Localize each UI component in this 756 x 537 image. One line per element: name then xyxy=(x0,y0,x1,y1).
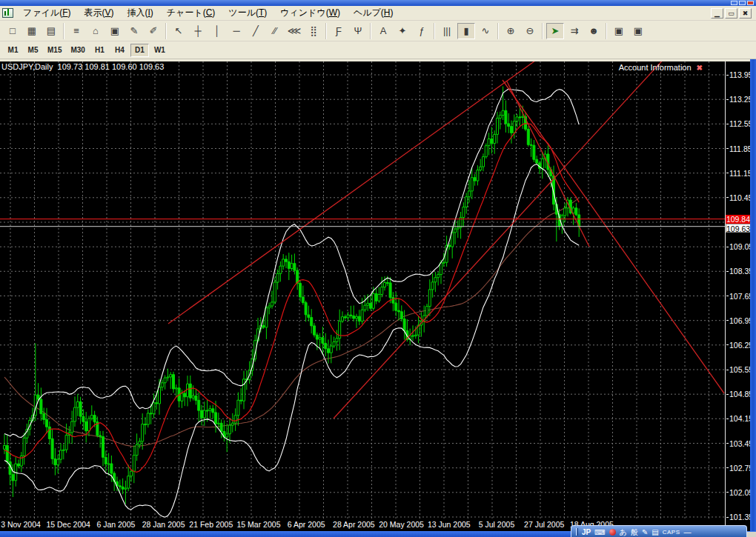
date-tick-label: 6 Apr 2005 xyxy=(288,520,325,529)
timeframe-m15-button[interactable]: M15 xyxy=(44,44,65,57)
window-right-border xyxy=(750,59,756,531)
ime-on-icon[interactable] xyxy=(609,529,616,536)
date-tick-label: 13 Jun 2005 xyxy=(428,520,471,529)
ime-dictionary-icon[interactable]: ▤ xyxy=(651,527,658,537)
andrews-pitchfork-button[interactable]: Ψ xyxy=(349,23,367,39)
timeframe-h1-button[interactable]: H1 xyxy=(90,44,109,57)
toolbar-separator xyxy=(63,23,64,39)
metaeditor-button[interactable]: ✐ xyxy=(145,23,162,39)
price-tick-label: 104.85 xyxy=(726,390,753,398)
date-tick-label: 28 Jan 2005 xyxy=(142,520,185,529)
price-tick-label: 111.15 xyxy=(726,169,752,178)
menu-item-tools[interactable]: ツール(T) xyxy=(222,5,273,21)
cascade-windows-button[interactable]: ▣ xyxy=(629,23,647,39)
ime-minimize-button[interactable]: — xyxy=(684,527,692,537)
menu-item-window[interactable]: ウィンドウ(W) xyxy=(273,5,347,21)
price-tick-label: 113.95 xyxy=(726,70,752,79)
ascending-trendline-1[interactable] xyxy=(168,61,540,324)
descending-trendline-1[interactable] xyxy=(503,80,724,393)
minimize-button[interactable] xyxy=(731,1,737,5)
toolbar-separator xyxy=(606,23,607,39)
timeframe-d1-button[interactable]: D1 xyxy=(130,44,149,57)
crosshair-button[interactable]: ┼ xyxy=(189,23,207,39)
fibonacci-lines-button[interactable]: Ƒ xyxy=(330,23,348,39)
candlestick-chart-button[interactable]: ▮ xyxy=(457,23,475,39)
zoom-out-button[interactable]: ⊖ xyxy=(521,23,539,39)
chart-system-menu-icon[interactable] xyxy=(2,8,13,18)
print-button[interactable]: ▤ xyxy=(42,23,60,39)
toolbar: □▦▤≡⌂▣✎✐↖┼│─╱∕∕⋘⣿ƑΨA✦ƒ|||▮∿⊕⊖➤⇉☻▣▣ xyxy=(0,21,756,41)
toolbar-separator xyxy=(370,23,371,39)
chart-plot-area[interactable]: USDJPY,Daily 109.73 109.81 109.60 109.63… xyxy=(0,61,725,531)
text-label-button[interactable]: A xyxy=(374,23,392,39)
terminal-button[interactable]: ▣ xyxy=(106,23,124,39)
arrow-objects-button[interactable]: ✦ xyxy=(394,23,411,39)
navigator-button[interactable]: ⌂ xyxy=(87,23,105,39)
new-order-button[interactable]: ✎ xyxy=(125,23,143,39)
price-tick-label: 103.45 xyxy=(726,439,753,448)
date-tick-label: 21 Feb 2005 xyxy=(189,520,233,529)
ime-conversion-mode-button[interactable]: 般 xyxy=(631,527,638,537)
auto-scroll-button[interactable]: ➤ xyxy=(546,23,564,39)
menu-bar: ファイル(F)表示(V)挿入(I)チャート(C)ツール(T)ウィンドウ(W)ヘル… xyxy=(0,6,756,21)
grid-button[interactable]: ⣿ xyxy=(305,23,322,39)
maximize-button[interactable] xyxy=(739,1,746,5)
new-chart-button[interactable]: □ xyxy=(4,23,21,39)
vertical-line-button[interactable]: │ xyxy=(208,23,226,39)
close-icon[interactable]: ✖ xyxy=(697,64,703,72)
trendline-button[interactable]: ╱ xyxy=(247,23,265,39)
menu-item-view[interactable]: 表示(V) xyxy=(77,5,120,21)
menu-item-help[interactable]: ヘルプ(H) xyxy=(347,5,400,21)
horizontal-line-button[interactable]: ─ xyxy=(228,23,245,39)
timeframe-w1-button[interactable]: W1 xyxy=(150,44,169,57)
child-restore-button[interactable]: ▭ xyxy=(725,8,737,19)
last-price-box: 109.63 xyxy=(726,224,751,233)
ime-pad-icon[interactable]: ✎ xyxy=(642,527,648,537)
child-minimize-button[interactable]: ▁ xyxy=(711,8,723,19)
timeframe-h4-button[interactable]: H4 xyxy=(110,44,129,57)
candle-wicks xyxy=(4,87,579,504)
timeframe-m1-button[interactable]: M1 xyxy=(4,44,22,57)
line-chart-button[interactable]: ∿ xyxy=(477,23,494,39)
price-tick-label: 108.35 xyxy=(726,267,753,276)
zoom-in-button[interactable]: ⊕ xyxy=(502,23,520,39)
caps-indicator: CAPS xyxy=(663,527,680,537)
date-tick-label: 6 Jan 2005 xyxy=(96,520,135,529)
save-button[interactable]: ▦ xyxy=(23,23,41,39)
tile-windows-button[interactable]: ▣ xyxy=(610,23,628,39)
application-window: ファイル(F)表示(V)挿入(I)チャート(C)ツール(T)ウィンドウ(W)ヘル… xyxy=(0,0,756,537)
menu-item-charts[interactable]: チャート(C) xyxy=(160,5,222,21)
close-button[interactable] xyxy=(747,1,754,5)
timeframe-m5-button[interactable]: M5 xyxy=(24,44,42,57)
ime-language-bar[interactable]: JP ⌨ あ 般 ✎ ▤ CAPS — xyxy=(571,525,747,537)
price-tick-label: 105.55 xyxy=(726,365,753,374)
account-information-label: Account Information ✖ xyxy=(619,63,703,72)
price-tick-label: 111.85 xyxy=(726,144,752,153)
chart-shift-button[interactable]: ⇉ xyxy=(566,23,583,39)
toolbar-separator xyxy=(542,23,543,39)
ime-input-mode-button[interactable]: あ xyxy=(620,527,627,537)
price-tick-label: 101.35 xyxy=(726,513,753,521)
timeframe-m30-button[interactable]: M30 xyxy=(67,44,88,57)
toolbar-separator xyxy=(325,23,327,39)
child-close-button[interactable]: ✖ xyxy=(739,8,752,19)
menu-item-file[interactable]: ファイル(F) xyxy=(16,5,77,21)
chart-window: USDJPY,Daily 109.73 109.81 109.60 109.63… xyxy=(0,59,756,531)
date-tick-label: 15 Mar 2005 xyxy=(237,520,281,529)
price-tick-label: 102.05 xyxy=(726,488,753,497)
menu-item-insert[interactable]: 挿入(I) xyxy=(120,5,159,21)
price-tick-label: 106.25 xyxy=(726,341,753,350)
price-tick-label: 110.45 xyxy=(726,193,752,202)
expert-advisors-button[interactable]: ☻ xyxy=(585,23,603,39)
equidistant-channel-button[interactable]: ∕∕ xyxy=(266,23,284,39)
bar-chart-button[interactable]: ||| xyxy=(438,23,456,39)
fibonacci-fan-button[interactable]: ⋘ xyxy=(285,23,303,39)
ime-language-label[interactable]: JP xyxy=(582,527,591,537)
keyboard-icon[interactable]: ⌨ xyxy=(594,527,605,537)
indicators-list-button[interactable]: ƒ xyxy=(413,23,431,39)
market-watch-button[interactable]: ≡ xyxy=(67,23,85,39)
cursor-button[interactable]: ↖ xyxy=(170,23,188,39)
price-tick-label: 102.75 xyxy=(726,464,753,473)
ime-grip-handle[interactable] xyxy=(576,528,578,536)
date-tick-label: 3 Nov 2004 xyxy=(1,520,41,529)
